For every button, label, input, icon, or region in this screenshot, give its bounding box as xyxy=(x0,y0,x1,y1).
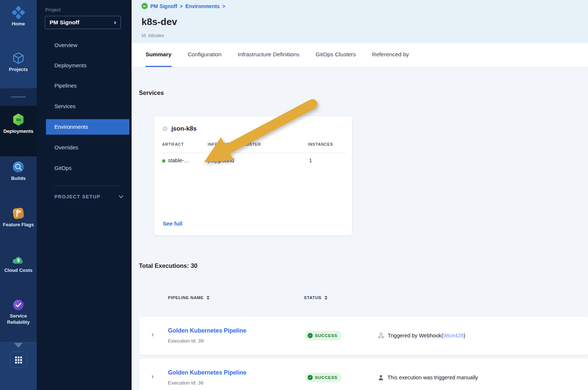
sidebar-item-overrides[interactable]: Overrides xyxy=(37,140,129,155)
webhook-id-link[interactable]: 98ce428 xyxy=(443,333,464,338)
breadcrumb-environments[interactable]: Environments xyxy=(185,3,219,9)
svg-text:$: $ xyxy=(17,258,20,263)
trigger-info: Triggered by Webhook(98ce428) xyxy=(378,331,465,340)
chevron-down-icon xyxy=(119,194,123,198)
rail-label: Cloud Costs xyxy=(4,267,33,274)
column-header-instances: INSTANCES xyxy=(308,142,333,146)
services-heading: Services xyxy=(139,89,164,96)
tab-infrastructure-definitions[interactable]: Infrastructure Definitions xyxy=(238,43,300,67)
chevron-right-icon[interactable]: › xyxy=(151,330,154,338)
tab-referenced-by[interactable]: Referenced by xyxy=(372,43,409,67)
breadcrumb: ∞ PM Signoff > Environments > xyxy=(141,3,225,9)
breadcrumb-separator: > xyxy=(222,3,225,9)
deployments-infinity-icon: ∞ xyxy=(11,113,25,127)
pipeline-name-label: PIPELINE NAME xyxy=(168,295,204,300)
rail-label: Builds xyxy=(11,176,26,182)
main-content: ∞ PM Signoff > Environments > k8s-dev Id… xyxy=(132,0,588,390)
service-card[interactable]: ⚙ json-k8s ARTIFACT INFRA/GITOPS CLUSTER… xyxy=(154,116,352,235)
column-header-status[interactable]: STATUS xyxy=(304,295,327,300)
column-header-pipeline-name[interactable]: PIPELINE NAME xyxy=(168,295,209,300)
card-divider xyxy=(160,153,346,153)
cluster-value: playground xyxy=(208,157,234,163)
service-name: json-k8s xyxy=(171,125,197,132)
trigger-text: This execution was triggered manually xyxy=(387,375,478,380)
check-circle-icon: ✓ xyxy=(308,375,313,380)
chevron-right-icon[interactable]: › xyxy=(151,372,154,380)
rail-item-service-reliability[interactable]: Service Reliability xyxy=(0,299,37,326)
user-icon xyxy=(378,375,384,381)
total-executions-heading: Total Executions: 30 xyxy=(139,262,197,269)
svg-text:∞: ∞ xyxy=(16,116,21,123)
tab-bar: Summary Configuration Infrastructure Def… xyxy=(132,43,588,67)
sidebar-item-gitops[interactable]: GitOps xyxy=(37,160,129,176)
see-full-link[interactable]: See full xyxy=(163,220,182,227)
sidebar-item-deployments[interactable]: Deployments xyxy=(37,58,129,73)
rail-item-home[interactable]: Home xyxy=(0,6,37,27)
status-label: STATUS xyxy=(304,295,322,300)
project-label: Project xyxy=(45,7,61,13)
rail-label: Feature Flags xyxy=(3,222,34,228)
project-setup-label: PROJECT SETUP xyxy=(54,194,100,199)
app-grid-button[interactable] xyxy=(10,352,27,368)
artifact-value: stable-… xyxy=(168,157,189,163)
sort-icon[interactable] xyxy=(325,295,327,300)
breadcrumb-project[interactable]: PM Signoff xyxy=(150,3,177,9)
pipeline-name-link[interactable]: Golden Kubernetes Pipeline xyxy=(168,327,246,334)
tab-gitops-clusters[interactable]: GitOps Clusters xyxy=(316,43,356,67)
trigger-info: This execution was triggered manually xyxy=(378,373,478,382)
status-text: SUCCESS xyxy=(315,375,337,380)
status-dot-icon xyxy=(162,159,165,163)
status-badge: ✓ SUCCESS xyxy=(305,373,341,382)
page-title: k8s-dev xyxy=(141,16,177,28)
feature-flags-icon xyxy=(12,207,25,220)
rail-label: Service Reliability xyxy=(1,313,35,326)
project-setup-toggle[interactable]: PROJECT SETUP xyxy=(54,194,123,199)
sidebar-item-environments[interactable]: Environments xyxy=(46,119,129,135)
pipeline-name-link[interactable]: Golden Kubernetes Pipeline xyxy=(168,369,246,376)
rail-collapse-chevron-icon[interactable] xyxy=(14,343,23,348)
trigger-text: Triggered by Webhook(98ce428) xyxy=(388,333,465,338)
execution-row[interactable]: › Golden Kubernetes Pipeline Execution I… xyxy=(139,317,588,355)
column-header-cluster: INFRA/GITOPS CLUSTER xyxy=(208,142,261,146)
project-selector[interactable]: PM Signoff › xyxy=(45,16,121,29)
tab-summary[interactable]: Summary xyxy=(146,43,172,67)
execution-id: Execution Id: 38 xyxy=(168,380,204,386)
rail-item-deployments[interactable]: ∞ Deployments xyxy=(0,113,37,135)
gear-icon: ⚙ xyxy=(162,125,168,132)
project-name: PM Signoff xyxy=(50,19,79,26)
sidebar-item-overview[interactable]: Overview xyxy=(37,38,129,53)
page-header: ∞ PM Signoff > Environments > k8s-dev Id… xyxy=(132,0,588,43)
sidebar-divider xyxy=(54,186,121,186)
rail-item-builds[interactable]: Builds xyxy=(0,160,37,182)
execution-id: Execution Id: 39 xyxy=(168,338,204,344)
sidebar-item-services[interactable]: Services xyxy=(37,99,129,114)
rail-item-feature-flags[interactable]: Feature Flags xyxy=(0,207,37,228)
instances-value: 1 xyxy=(309,157,312,163)
sidebar-item-pipelines[interactable]: Pipelines xyxy=(37,78,129,93)
project-sidebar: Project PM Signoff › Overview Deployment… xyxy=(37,0,129,390)
service-reliability-icon xyxy=(12,299,25,311)
execution-row[interactable]: › Golden Kubernetes Pipeline Execution I… xyxy=(139,359,588,390)
rail-item-projects[interactable]: Projects xyxy=(0,52,37,73)
rail-label: Deployments xyxy=(3,128,33,135)
tab-configuration[interactable]: Configuration xyxy=(188,43,222,67)
home-icon xyxy=(12,6,25,19)
grid-icon xyxy=(15,357,22,364)
projects-cube-icon xyxy=(12,52,25,65)
rail-label: Home xyxy=(12,21,25,27)
module-rail: Home Projects ∞ Deployments Builds Featu… xyxy=(0,0,37,390)
rail-item-cloud-costs[interactable]: $ Cloud Costs xyxy=(0,253,37,274)
status-badge: ✓ SUCCESS xyxy=(305,331,341,340)
status-text: SUCCESS xyxy=(315,333,337,338)
rail-divider xyxy=(11,96,26,98)
cd-module-infinity-icon: ∞ xyxy=(141,3,148,9)
content-region: Services ⚙ json-k8s ARTIFACT INFRA/GITOP… xyxy=(132,67,588,390)
chevron-right-icon: › xyxy=(114,19,116,26)
cloud-costs-icon: $ xyxy=(11,253,25,266)
webhook-icon xyxy=(378,332,384,339)
column-header-artifact: ARTIFACT xyxy=(162,142,184,146)
sort-icon[interactable] xyxy=(207,295,209,300)
page-id: Id: k8sdev xyxy=(141,33,164,38)
breadcrumb-separator: > xyxy=(180,3,183,9)
check-circle-icon: ✓ xyxy=(308,333,313,338)
